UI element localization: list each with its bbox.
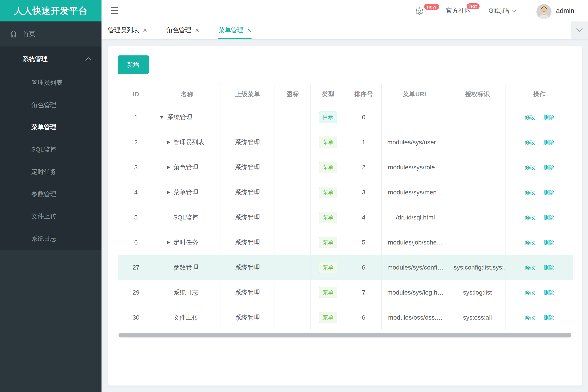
column-header-order: 排序号 — [346, 84, 382, 105]
community-link[interactable]: 官方社区 — [446, 0, 471, 22]
add-button[interactable]: 新增 — [118, 56, 149, 74]
menu-name-label: 系统日志 — [173, 288, 198, 297]
table-row: 2管理员列表系统管理菜单1modules/sys/user.…修改删除 — [118, 130, 573, 155]
cell-icon — [275, 180, 311, 205]
menu-name-label: 文件上传 — [173, 313, 198, 322]
edit-link[interactable]: 修改 — [525, 290, 535, 296]
sidebar: 人人快速开发平台 首页 系统管理 管理员列表角色管理菜单管理SQL监控定时任务参… — [0, 0, 102, 392]
settings-badge: new — [423, 3, 440, 10]
menu-name-label: 菜单管理 — [173, 188, 198, 197]
cell-id: 30 — [118, 305, 154, 330]
delete-link[interactable]: 删除 — [543, 314, 554, 320]
tree-collapse-icon[interactable] — [167, 166, 170, 169]
table-row: 3角色管理系统管理菜单2modules/sys/role.…修改删除 — [118, 155, 573, 180]
sidebar-item-menu-manage[interactable]: 菜单管理 — [0, 116, 102, 138]
edit-link[interactable]: 修改 — [525, 239, 535, 246]
tree-node: SQL监控 — [154, 213, 220, 222]
sidebar-item-admin-list[interactable]: 管理员列表 — [0, 72, 102, 94]
menu-table: ID名称上级菜单图标类型排序号菜单URL授权标识操作 1系统管理目录0修改删除2… — [118, 84, 573, 330]
tree-collapse-icon[interactable] — [167, 241, 170, 244]
edit-link[interactable]: 修改 — [525, 214, 535, 220]
cell-parent-menu: 系统管理 — [220, 280, 275, 305]
tab-close-icon[interactable] — [143, 28, 147, 32]
gear-icon[interactable] — [416, 8, 423, 15]
cell-menu-url — [382, 105, 449, 130]
cell-menu-url: modules/sys/men… — [382, 180, 449, 205]
delete-link[interactable]: 删除 — [543, 264, 554, 270]
sidebar-item-role-manage[interactable]: 角色管理 — [0, 94, 102, 116]
chevron-down-icon — [576, 28, 583, 32]
sidebar-submenu-title-label: 系统管理 — [23, 55, 48, 63]
delete-link[interactable]: 删除 — [543, 214, 554, 220]
delete-link[interactable]: 删除 — [543, 290, 554, 296]
edit-link[interactable]: 修改 — [525, 264, 535, 270]
table-header-row: ID名称上级菜单图标类型排序号菜单URL授权标识操作 — [118, 84, 573, 105]
edit-link[interactable]: 修改 — [525, 314, 535, 320]
column-header-url: 菜单URL — [382, 84, 449, 105]
tab-role-manage[interactable]: 角色管理 — [166, 22, 199, 39]
sidebar-submenu-items: 管理员列表角色管理菜单管理SQL监控定时任务参数管理文件上传系统日志 — [0, 72, 102, 250]
sidebar-item-scheduled-jobs[interactable]: 定时任务 — [0, 161, 102, 183]
table-row: 29系统日志系统管理菜单7modules/sys/log.h…sys:log:l… — [118, 280, 573, 305]
cell-menu-url: /druid/sql.html — [382, 205, 449, 230]
cell-type: 菜单 — [311, 205, 346, 230]
cell-parent-menu: 系统管理 — [220, 205, 275, 230]
edit-link[interactable]: 修改 — [525, 114, 535, 120]
tab-menu-manage[interactable]: 菜单管理 — [218, 22, 251, 39]
app-logo: 人人快速开发平台 — [0, 0, 102, 22]
table-row: 27参数管理系统管理菜单6modules/sys/confi…sys:confi… — [118, 255, 573, 280]
cell-type: 菜单 — [311, 280, 346, 305]
tree-collapse-icon[interactable] — [167, 140, 170, 144]
horizontal-scrollbar-thumb[interactable] — [119, 333, 571, 338]
cell-name: SQL监控 — [154, 205, 220, 230]
delete-link[interactable]: 删除 — [543, 114, 554, 120]
sidebar-item-param-manage[interactable]: 参数管理 — [0, 183, 102, 206]
menu-fold-icon[interactable] — [111, 7, 118, 14]
delete-link[interactable]: 删除 — [543, 139, 554, 145]
username-label[interactable]: admin — [556, 0, 574, 22]
cell-name: 角色管理 — [154, 155, 220, 180]
cell-menu-url: modules/oss/oss.… — [382, 305, 449, 330]
sidebar-item-system-log[interactable]: 系统日志 — [0, 228, 102, 250]
cell-icon — [275, 205, 311, 230]
tab-close-icon[interactable] — [247, 28, 251, 32]
sidebar-item-label: 管理员列表 — [31, 78, 63, 87]
app-logo-text: 人人快速开发平台 — [14, 5, 88, 17]
cell-parent-menu: 系统管理 — [220, 230, 275, 255]
table-row: 6定时任务系统管理菜单5modules/job/sche…修改删除 — [118, 230, 573, 255]
home-icon — [10, 30, 17, 38]
edit-link[interactable]: 修改 — [525, 139, 535, 145]
tree-collapse-icon[interactable] — [167, 191, 170, 194]
sidebar-item-sql-monitor[interactable]: SQL监控 — [0, 138, 102, 161]
tab-admin-list[interactable]: 管理员列表 — [108, 22, 147, 39]
cell-name: 管理员列表 — [154, 130, 220, 155]
tree-node: 定时任务 — [154, 238, 220, 247]
tab-close-icon[interactable] — [195, 28, 199, 32]
cell-perms: sys:log:list — [449, 280, 506, 305]
sidebar-item-file-upload[interactable]: 文件上传 — [0, 206, 102, 228]
cell-icon — [275, 155, 311, 180]
cell-id: 27 — [118, 255, 154, 280]
menu-name-label: 管理员列表 — [173, 138, 205, 146]
delete-link[interactable]: 删除 — [543, 164, 554, 170]
cell-order: 4 — [346, 205, 382, 230]
edit-link[interactable]: 修改 — [525, 164, 535, 170]
cell-menu-url: modules/job/sche… — [382, 230, 449, 255]
delete-link[interactable]: 删除 — [543, 239, 554, 246]
avatar-image — [536, 4, 551, 19]
top-navbar: new 官方社区 hot Git源码 admin — [102, 0, 588, 22]
delete-link[interactable]: 删除 — [543, 189, 554, 195]
sidebar-item-home[interactable]: 首页 — [0, 22, 102, 46]
cell-order: 5 — [346, 230, 382, 255]
sidebar-submenu-title[interactable]: 系统管理 — [0, 46, 102, 72]
cell-menu-url: modules/sys/user.… — [382, 130, 449, 155]
tree-expand-icon[interactable] — [160, 116, 164, 119]
avatar[interactable] — [536, 4, 551, 19]
git-source-link[interactable]: Git源码 — [488, 0, 509, 22]
edit-link[interactable]: 修改 — [525, 189, 535, 195]
tabs-dropdown-button[interactable] — [571, 22, 588, 39]
cell-order: 6 — [346, 305, 382, 330]
app-root: 人人快速开发平台 首页 系统管理 管理员列表角色管理菜单管理SQL监控定时任务参… — [0, 0, 588, 392]
menu-name-label: SQL监控 — [173, 213, 198, 222]
table-row: 1系统管理目录0修改删除 — [118, 105, 573, 130]
